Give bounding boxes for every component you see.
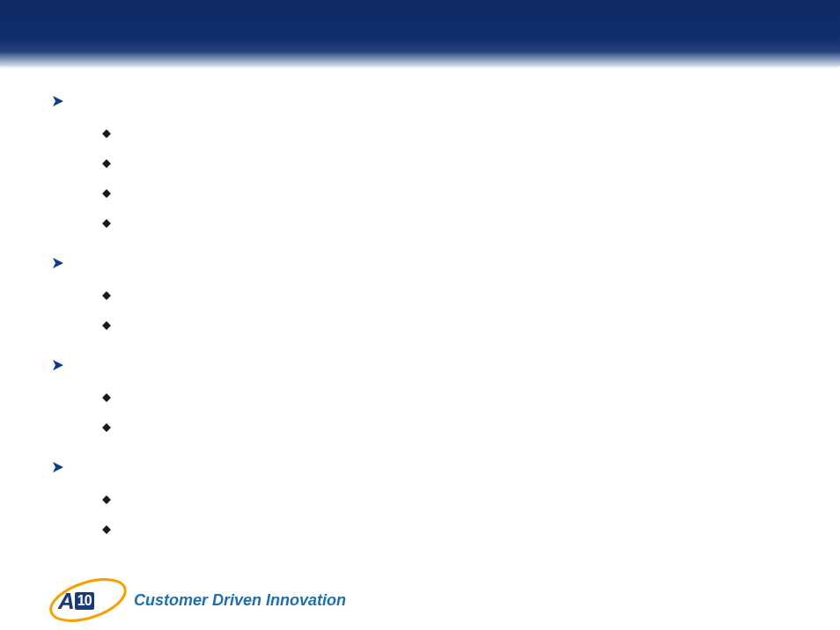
bullet-section (53, 459, 787, 549)
svg-rect-4 (102, 219, 111, 228)
svg-rect-6 (102, 291, 111, 300)
list-item (102, 127, 787, 144)
arrow-icon (53, 95, 65, 107)
diamond-icon (102, 219, 111, 228)
sub-list (53, 276, 787, 345)
list-item (102, 421, 787, 438)
diamond-icon (102, 321, 111, 330)
svg-rect-3 (102, 189, 111, 198)
svg-rect-7 (102, 321, 111, 330)
diamond-icon (102, 129, 111, 138)
list-item (102, 289, 787, 306)
svg-rect-1 (102, 129, 111, 138)
arrow-icon (53, 257, 65, 269)
svg-rect-10 (102, 423, 111, 432)
diamond-icon (102, 291, 111, 300)
slide-title-bar (0, 0, 840, 69)
diamond-icon (102, 393, 111, 402)
list-item (102, 187, 787, 204)
svg-marker-11 (53, 462, 63, 472)
section-head (53, 459, 787, 480)
svg-rect-9 (102, 393, 111, 402)
diamond-icon (102, 495, 111, 504)
arrow-icon (53, 359, 65, 371)
list-item (102, 391, 787, 408)
slide-body (0, 69, 840, 549)
sub-list (53, 378, 787, 447)
svg-marker-0 (53, 96, 63, 106)
logo-a: A (58, 588, 74, 614)
section-head (53, 357, 787, 378)
diamond-icon (102, 159, 111, 168)
a10-logo: A10 (53, 581, 122, 619)
svg-marker-5 (53, 258, 63, 268)
logo-text: A10 (58, 588, 94, 615)
svg-rect-13 (102, 525, 111, 534)
bullet-section (53, 357, 787, 447)
diamond-icon (102, 189, 111, 198)
footer-tagline: Customer Driven Innovation (134, 591, 346, 610)
logo-ten: 10 (75, 592, 94, 610)
list-item (102, 319, 787, 336)
svg-rect-2 (102, 159, 111, 168)
sub-list (53, 480, 787, 549)
bullet-section (53, 255, 787, 345)
list-item (102, 493, 787, 510)
sub-list (53, 114, 787, 243)
svg-marker-8 (53, 360, 63, 370)
diamond-icon (102, 423, 111, 432)
svg-rect-12 (102, 495, 111, 504)
slide-footer: A10 Customer Driven Innovation (53, 581, 346, 619)
list-item (102, 523, 787, 540)
section-head (53, 93, 787, 114)
list-item (102, 157, 787, 174)
list-item (102, 216, 787, 234)
diamond-icon (102, 525, 111, 534)
section-head (53, 255, 787, 276)
arrow-icon (53, 461, 65, 473)
bullet-section (53, 93, 787, 243)
